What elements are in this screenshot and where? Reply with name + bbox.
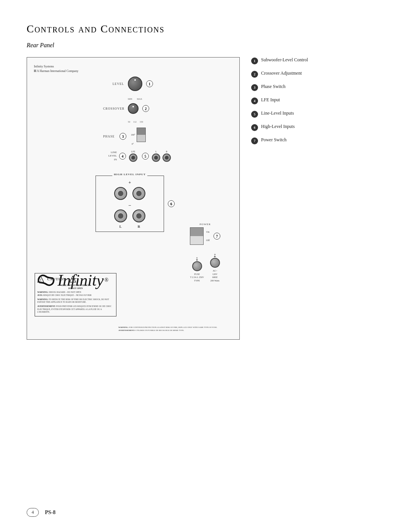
level-label: LEVEL [103, 82, 124, 86]
caution-triangle-left: ! [37, 276, 44, 283]
caution-triangle-right: ! [69, 276, 76, 283]
controls-area: LEVEL 1 MIN MAX CROSSOVER [103, 77, 179, 164]
minus-label: – [101, 202, 158, 208]
phase-180: 180° [131, 134, 135, 136]
lfe-label: LFE [131, 150, 135, 153]
power-label: POWER [190, 223, 220, 226]
caution-title: CAUTION [47, 277, 66, 282]
label-item-6: 6High-Level Inputs [251, 124, 384, 131]
label-item-5: 5Line-Level Inputs [251, 110, 384, 118]
label-text-7: Power Switch [261, 137, 287, 143]
warning-text-2: WARNING: TO REDUCE THE RISK OF FIRE OR E… [37, 298, 114, 304]
line-label: LINE [111, 151, 117, 154]
hl-right-plus-jack[interactable] [132, 187, 145, 200]
hl-r-label: R [138, 225, 140, 228]
labels-list: 1Subwoofer-Level Control2Crossover Adjus… [251, 57, 384, 144]
label-badge-2: 2 [251, 71, 258, 78]
phase-switch-on [137, 128, 145, 135]
label-text-5: Line-Level Inputs [261, 110, 294, 117]
badge-3: 3 [119, 133, 126, 140]
level-in-label: LEVEL [108, 154, 117, 158]
line-r-label: R [166, 150, 167, 153]
ac-component: + AC~ 120V 60HZ 200 Watts [210, 252, 220, 282]
min-max-labels: MIN MAX [128, 98, 179, 100]
caution-text1: RISK OF ELECTRIC SHOCKDO NOT OPEN [37, 284, 114, 290]
label-item-7: 7Power Switch [251, 137, 384, 144]
off-label: Off [206, 239, 210, 242]
label-item-2: 2Crossover Adjustment [251, 70, 384, 78]
label-item-1: 1Subwoofer-Level Control [251, 57, 384, 64]
section-subtitle: Rear Panel [27, 42, 384, 49]
label-badge-6: 6 [251, 124, 258, 131]
hl-left-minus-jack[interactable] [114, 209, 127, 222]
high-level-title: HIGH LEVEL INPUT [112, 173, 147, 176]
avertissement-text: AVERTISSEMENT: POUR PREVENIR LES RISQUES… [37, 305, 114, 314]
plus-label: + [101, 180, 158, 185]
hl-minus-row [101, 209, 158, 222]
label-badge-3: 3 [251, 84, 258, 91]
label-badge-4: 4 [251, 97, 258, 104]
power-switch-off-segment [190, 236, 203, 244]
label-text-3: Phase Switch [261, 84, 285, 90]
hl-right-minus-jack[interactable] [132, 209, 145, 222]
knob-dot-2 [132, 106, 134, 107]
in-label: IN [114, 158, 117, 161]
svg-text:!: ! [40, 278, 41, 282]
fuse-label: FUSE T 2.5A L 250V TYPE [190, 273, 204, 282]
badge-4: 4 [119, 153, 126, 160]
power-switch[interactable] [190, 227, 204, 245]
power-switch-on-segment [190, 228, 203, 236]
line-l-label: L [155, 150, 157, 153]
crossover-label: CROSSOVER [103, 107, 124, 110]
ac-jack[interactable] [210, 258, 220, 268]
phase-switch[interactable] [137, 128, 146, 142]
hl-l-label: L [119, 225, 122, 228]
hl-left-plus-jack[interactable] [114, 187, 127, 200]
phase-switch-off [137, 135, 145, 142]
crossover-knob[interactable] [128, 103, 139, 114]
caution-box: ! CAUTION ! RISK OF ELECTRIC SHOCKDO NOT… [35, 273, 116, 316]
model-name: PS-8 [45, 510, 56, 516]
label-badge-5: 5 [251, 111, 258, 118]
panel-warning: WARNING: FOR CONTINUED PROTECTION AGAINS… [118, 326, 236, 332]
label-badge-1: 1 [251, 58, 258, 64]
on-label: On [206, 230, 210, 233]
main-layout: Infinity Systems H A Harman Internationa… [27, 57, 384, 340]
fuse-jack[interactable] [192, 261, 202, 271]
crossover-row: CROSSOVER 2 [103, 103, 179, 114]
badge-1: 1 [146, 80, 153, 87]
knob-dot [134, 79, 136, 81]
svg-text:!: ! [72, 278, 73, 282]
hz-labels: 50 112 150 [128, 121, 179, 123]
hl-lr-labels: L R [101, 225, 158, 228]
input-row: LINE LEVEL IN 4 LFE 5 [103, 150, 179, 162]
lfe-jack[interactable] [129, 153, 137, 162]
line-l-jack[interactable] [152, 153, 160, 162]
label-item-4: 4LFE Input [251, 97, 384, 104]
high-level-box: HIGH LEVEL INPUT + – [96, 176, 164, 232]
footer: 4 PS-8 [27, 508, 384, 517]
label-text-6: High-Level Inputs [261, 124, 295, 130]
line-r-jack[interactable] [162, 153, 171, 162]
level-row: LEVEL 1 [103, 77, 179, 91]
warning-text-1: WARNING: SHOCK HAZARD – DO NOT OPEN AVIS… [37, 291, 114, 297]
badge-6: 6 [168, 200, 175, 207]
page-number: 4 [27, 508, 39, 517]
ac-label: AC~ 120V 60HZ 200 Watts [210, 269, 220, 282]
brand-text: Infinity Systems H A Harman Internationa… [34, 64, 78, 73]
labels-column: 1Subwoofer-Level Control2Crossover Adjus… [251, 57, 384, 150]
fuse-component: + FUSE T 2.5A L 250V TYPE [190, 256, 204, 282]
page-title: Controls and Connections [27, 23, 384, 35]
hl-plus-row [101, 187, 158, 200]
badge-7: 7 [213, 233, 220, 240]
high-level-section: HIGH LEVEL INPUT + – [96, 176, 164, 232]
label-badge-7: 7 [251, 137, 258, 144]
phase-label: PHASE [103, 135, 116, 138]
phase-row: PHASE 3 180° 0° [103, 128, 179, 145]
badge-5: 5 [142, 153, 149, 160]
label-text-4: LFE Input [261, 97, 280, 103]
label-text-1: Subwoofer-Level Control [261, 57, 308, 63]
phase-0: 0° [132, 143, 134, 145]
badge-2: 2 [142, 105, 149, 112]
level-knob[interactable] [128, 77, 142, 91]
